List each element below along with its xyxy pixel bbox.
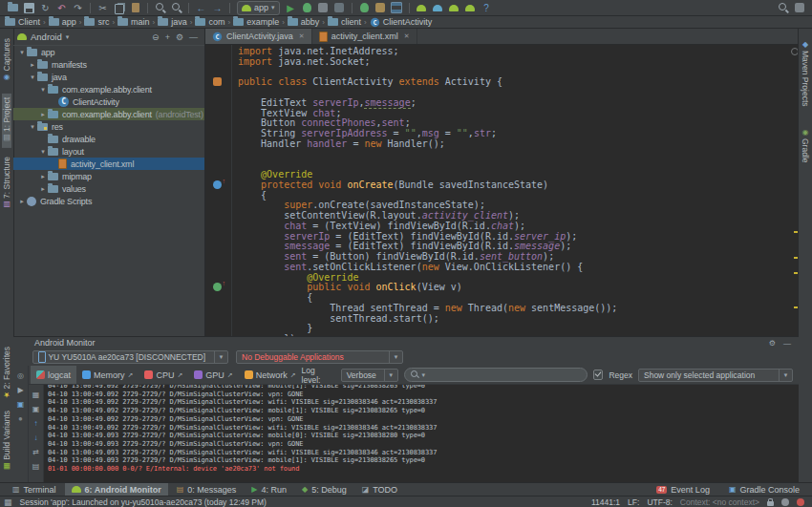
regex-checkbox[interactable] xyxy=(593,370,604,380)
paste-icon[interactable] xyxy=(128,1,142,15)
lock-icon[interactable] xyxy=(767,501,774,506)
run-icon[interactable]: ▶ xyxy=(284,1,298,15)
run-with-coverage-icon[interactable] xyxy=(316,1,331,15)
tool-windows-icon[interactable] xyxy=(792,1,806,15)
find-icon[interactable] xyxy=(153,1,167,15)
replace-icon[interactable] xyxy=(169,1,183,15)
stripe-button-captures[interactable]: ◉Captures xyxy=(2,38,11,84)
debug-icon[interactable] xyxy=(300,1,314,15)
collapse-arrow-icon[interactable]: ▸ xyxy=(28,61,37,69)
collapse-arrow-icon[interactable]: ▸ xyxy=(38,111,48,118)
expand-arrow-icon[interactable]: ▾ xyxy=(38,86,48,94)
tree-item-com-example-abby-client[interactable]: ▾com.example.abby.client xyxy=(13,83,204,95)
editor-tab-activity-client-xml[interactable]: activity_client.xml✕ xyxy=(312,29,417,44)
redo-icon[interactable]: ↷ xyxy=(71,1,85,15)
debuggable-process-select[interactable]: No Debuggable Applications ▼ xyxy=(236,350,403,364)
tree-item-manifests[interactable]: ▸manifests xyxy=(13,58,204,71)
down-stack-trace-icon[interactable]: ↓ xyxy=(31,433,41,443)
back-icon[interactable]: ← xyxy=(194,1,208,15)
save-all-icon[interactable] xyxy=(22,1,36,15)
tool-window-button-terminal[interactable]: ▥Terminal xyxy=(6,483,63,496)
tool-window-button-gradle-console[interactable]: ▣Gradle Console xyxy=(722,483,806,496)
logcat-output[interactable]: 04-10 13:00:49.092 2729-2729/? D/MSimSig… xyxy=(44,385,799,482)
screenshot-icon[interactable]: ◎ xyxy=(15,370,26,381)
monitor-tab-logcat[interactable]: logcat xyxy=(31,366,76,384)
breadcrumb-item-app[interactable]: app xyxy=(49,17,76,27)
device-select[interactable]: YU YU5010A ae20ca73 [DISCONNECTED] ▼ xyxy=(32,350,228,364)
caret-position[interactable]: 11441:1 xyxy=(591,497,620,507)
hide-monitor-icon[interactable]: — xyxy=(783,339,791,348)
logcat-search-input[interactable]: ▾ xyxy=(404,368,588,382)
monitor-tab-network[interactable]: Network↗ xyxy=(239,366,302,384)
editor-tab-clientactivity-java[interactable]: CClientActivity.java✕ xyxy=(205,29,312,44)
project-view-selector[interactable]: Android xyxy=(31,32,62,42)
tool-window-button-0-messages[interactable]: ▤0: Messages xyxy=(170,483,244,496)
log-level-select[interactable]: Verbose ▼ xyxy=(341,369,398,382)
breadcrumb-item-src[interactable]: src xyxy=(84,17,109,27)
line-separator[interactable]: LF: xyxy=(628,497,639,507)
hide-panel-icon[interactable]: — xyxy=(189,32,198,42)
breadcrumb-item-client[interactable]: client xyxy=(328,17,361,27)
settings-icon[interactable]: ⚙ xyxy=(176,32,183,42)
sdk-manager-icon[interactable] xyxy=(447,1,461,15)
tree-item-clientactivity[interactable]: CClientActivity xyxy=(13,95,204,108)
soft-wrap-icon[interactable]: ⇄ xyxy=(31,447,41,457)
related-xml-icon[interactable] xyxy=(213,77,222,86)
layout-inspector-icon[interactable]: ▣ xyxy=(15,399,26,410)
notification-icon[interactable] xyxy=(797,498,804,506)
tree-item-layout[interactable]: ▾layout xyxy=(13,145,204,158)
code-area[interactable]: import java.net.InetAddress;import java.… xyxy=(205,45,799,336)
device-monitor-icon[interactable] xyxy=(463,1,478,15)
collapse-arrow-icon[interactable]: ▸ xyxy=(38,173,48,180)
tree-item-res[interactable]: ▾res xyxy=(13,120,204,133)
breadcrumb-item-clientactivity[interactable]: CClientActivity xyxy=(370,17,433,28)
stripe-button-build-variants[interactable]: ▦Build Variants xyxy=(2,411,11,473)
tool-window-button-5-debug[interactable]: ◆5: Debug xyxy=(295,483,353,496)
stripe-button-1-project[interactable]: ▤1: Project xyxy=(2,94,11,148)
hector-inspector-icon[interactable] xyxy=(781,498,789,506)
monitor-tab-memory[interactable]: Memory↗ xyxy=(76,366,139,384)
expand-arrow-icon[interactable]: ▾ xyxy=(28,74,37,81)
project-structure-icon[interactable] xyxy=(390,1,404,15)
breadcrumb-item-com[interactable]: com xyxy=(195,17,224,27)
monitor-tab-gpu[interactable]: GPU↗ xyxy=(188,366,238,384)
expand-arrow-icon[interactable]: ▾ xyxy=(38,148,48,156)
tree-item-drawable[interactable]: drawable xyxy=(13,133,204,145)
undo-icon[interactable]: ↶ xyxy=(54,1,69,15)
breadcrumb-item-main[interactable]: main xyxy=(118,17,150,27)
tree-item-values[interactable]: ▸values xyxy=(13,182,204,195)
collapse-all-icon[interactable]: ⊖ xyxy=(152,32,160,42)
profiler-icon[interactable] xyxy=(332,1,347,15)
close-icon[interactable]: ✕ xyxy=(404,32,410,40)
file-encoding[interactable]: UTF-8: xyxy=(647,497,672,507)
scroll-to-end-icon[interactable]: ▣ xyxy=(31,404,41,414)
tool-window-toggle-icon[interactable]: ▦ xyxy=(4,497,12,507)
copy-icon[interactable] xyxy=(112,1,126,15)
tree-item-gradle-scripts[interactable]: ▸Gradle Scripts xyxy=(13,195,204,207)
stripe-button-gradle[interactable]: ◉Gradle xyxy=(801,126,810,163)
gradle-sync-icon[interactable] xyxy=(415,1,429,15)
chevron-down-icon[interactable]: ▾ xyxy=(66,33,70,41)
logcat-filter-select[interactable]: Show only selected application ▼ xyxy=(638,369,793,382)
collapse-arrow-icon[interactable]: ▸ xyxy=(17,198,27,205)
avd-manager-icon[interactable] xyxy=(431,1,445,15)
tree-item-com-example-abby-client[interactable]: ▸com.example.abby.client(androidTest) xyxy=(13,108,204,120)
expand-arrow-icon[interactable]: ▾ xyxy=(28,123,37,131)
override-marker-icon[interactable] xyxy=(213,180,222,189)
breadcrumb-item-client[interactable]: Client xyxy=(5,17,40,27)
monitor-settings-icon[interactable]: ⚙ xyxy=(769,339,776,348)
screen-record-icon[interactable]: ▶ xyxy=(15,385,26,395)
tree-item-activity-client-xml[interactable]: activity_client.xml xyxy=(13,158,204,170)
tool-window-button-4-run[interactable]: ▶4: Run xyxy=(245,483,293,496)
help-icon[interactable]: ? xyxy=(480,1,494,15)
close-icon[interactable]: ✕ xyxy=(299,32,305,40)
tool-window-button-event-log[interactable]: 47Event Log xyxy=(650,483,716,496)
sync-icon[interactable]: ↻ xyxy=(38,1,53,15)
expand-arrow-icon[interactable]: ▾ xyxy=(17,49,27,56)
search-everywhere-icon[interactable] xyxy=(776,1,790,15)
tree-item-java[interactable]: ▾java xyxy=(13,71,204,83)
implement-marker-icon[interactable] xyxy=(213,283,222,291)
stripe-button-2-favorites[interactable]: ★2: Favorites xyxy=(2,347,11,401)
print-icon[interactable]: ▤ xyxy=(31,461,41,472)
open-project-icon[interactable] xyxy=(6,1,20,15)
